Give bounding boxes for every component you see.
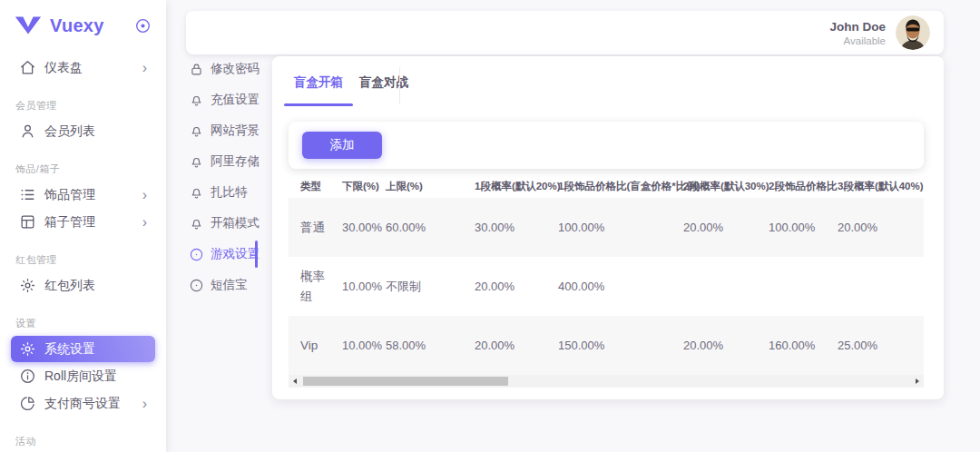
settings-menu-item[interactable]: 开箱模式 bbox=[189, 212, 276, 234]
scroll-right-arrow-icon bbox=[916, 378, 919, 384]
table-column-header: 1段饰品价格比(盲盒价格*比例) bbox=[546, 180, 671, 193]
table-column-header: 类型 bbox=[289, 180, 330, 193]
table-cell: 10.00% bbox=[330, 339, 374, 352]
table-row: Vip10.00%58.00%20.00%150.00%20.00%160.00… bbox=[289, 316, 924, 375]
home-icon bbox=[19, 59, 36, 76]
brand-name: Vuexy bbox=[50, 15, 104, 36]
table-cell: 30.00% bbox=[330, 221, 374, 234]
sidebar-item[interactable]: 支付商号设置› bbox=[11, 390, 155, 417]
tab-盲盒对战[interactable]: 盲盒对战 bbox=[358, 69, 410, 98]
table-cell: 概率组 bbox=[289, 267, 330, 306]
sidebar-menu: 仪表盘›会员管理会员列表饰品/箱子饰品管理›箱子管理›红包管理红包列表设置系统设… bbox=[0, 51, 166, 448]
gear-icon bbox=[19, 340, 36, 358]
scrollbar-thumb[interactable] bbox=[303, 377, 508, 386]
bell-icon bbox=[189, 216, 204, 231]
user-status: Available bbox=[829, 35, 886, 46]
table-cell: 160.00% bbox=[757, 339, 826, 352]
list-icon bbox=[19, 186, 36, 203]
scroll-right-button[interactable] bbox=[911, 375, 924, 388]
table-row: 普通30.00%60.00%30.00%100.00%20.00%100.00%… bbox=[289, 198, 924, 257]
table-column-header: 2段概率(默认30%) bbox=[671, 180, 757, 193]
sidebar-item-label: 系统设置 bbox=[44, 341, 95, 358]
table-cell: 20.00% bbox=[671, 339, 757, 352]
settings-menu-item[interactable]: 扎比特 bbox=[189, 182, 276, 203]
info-icon bbox=[19, 368, 36, 385]
add-button[interactable]: 添加 bbox=[302, 132, 382, 159]
table-column-header: 上限(%) bbox=[374, 180, 463, 193]
table-cell: 400.00% bbox=[546, 280, 671, 293]
disc-icon bbox=[189, 278, 204, 293]
sidebar-item[interactable]: 仪表盘› bbox=[11, 54, 155, 81]
table-cell: 20.00% bbox=[826, 221, 924, 234]
settings-menu-item[interactable]: 阿里存储 bbox=[189, 151, 276, 172]
sidebar-item[interactable]: 会员列表 bbox=[11, 118, 155, 144]
settings-menu-item-label: 游戏设置 bbox=[211, 246, 260, 262]
table-cell: 普通 bbox=[289, 218, 330, 238]
table-cell: 150.00% bbox=[546, 339, 671, 352]
table-cell: 10.00% bbox=[330, 280, 374, 293]
settings-menu-item[interactable]: 修改密码 bbox=[189, 58, 276, 80]
sidebar-item-label: 支付商号设置 bbox=[44, 396, 121, 412]
settings-menu-item-label: 修改密码 bbox=[211, 61, 260, 77]
top-header-bar: John Doe Available bbox=[186, 11, 944, 54]
table-column-header: 1段概率(默认20%) bbox=[463, 180, 546, 193]
game-settings-card: 盲盒开箱盲盒对战 添加 类型下限(%)上限(%)1段概率(默认20%)1段饰品价… bbox=[272, 56, 944, 399]
settings-menu-item-label: 开箱模式 bbox=[211, 215, 260, 231]
settings-menu-item-label: 扎比特 bbox=[211, 184, 248, 201]
user-menu[interactable]: John Doe Available bbox=[829, 15, 930, 50]
sidebar-item-label: 会员列表 bbox=[44, 123, 95, 140]
table-cell: 100.00% bbox=[546, 221, 671, 234]
sidebar-section-label: 会员管理 bbox=[15, 99, 166, 113]
table-header-row: 类型下限(%)上限(%)1段概率(默认20%)1段饰品价格比(盲盒价格*比例)2… bbox=[289, 174, 924, 198]
settings-menu-item[interactable]: 充值设置 bbox=[189, 89, 276, 111]
menu-pin-toggle-icon[interactable] bbox=[134, 17, 152, 34]
horizontal-scrollbar[interactable] bbox=[289, 375, 924, 388]
sidebar-item[interactable]: 箱子管理› bbox=[11, 209, 155, 235]
user-avatar[interactable] bbox=[896, 15, 930, 50]
sidebar-item[interactable]: 系统设置 bbox=[11, 336, 155, 362]
chevron-right-icon: › bbox=[142, 397, 147, 411]
sidebar-item-label: Roll房间设置 bbox=[44, 368, 117, 385]
tabs-divider bbox=[399, 67, 400, 103]
pie-icon bbox=[19, 395, 36, 412]
table-column-header: 2段饰品价格比 bbox=[757, 180, 826, 193]
table-cell: 100.00% bbox=[757, 221, 826, 234]
sidebar-item-label: 仪表盘 bbox=[44, 60, 83, 76]
scroll-left-button[interactable] bbox=[289, 375, 301, 388]
blindbox-settings-table: 类型下限(%)上限(%)1段概率(默认20%)1段饰品价格比(盲盒价格*比例)2… bbox=[289, 174, 924, 375]
table-cell: 30.00% bbox=[463, 221, 546, 234]
sidebar-item[interactable]: 饰品管理› bbox=[11, 182, 155, 208]
table-cell: 60.00% bbox=[374, 221, 463, 234]
sidebar-section-label: 活动 bbox=[15, 435, 166, 448]
sidebar-item[interactable]: Roll房间设置 bbox=[11, 363, 155, 389]
table-column-header: 下限(%) bbox=[330, 180, 374, 193]
tab-盲盒开箱[interactable]: 盲盒开箱 bbox=[292, 69, 345, 98]
chevron-right-icon: › bbox=[142, 61, 147, 75]
sidebar-section-label: 饰品/箱子 bbox=[15, 162, 166, 176]
table-cell: 25.00% bbox=[826, 339, 924, 352]
table-toolbar: 添加 bbox=[289, 122, 924, 169]
table-cell: 20.00% bbox=[463, 339, 546, 352]
user-text: John Doe Available bbox=[829, 20, 886, 46]
brand-logo-icon bbox=[15, 15, 42, 35]
sidebar: Vuexy 仪表盘›会员管理会员列表饰品/箱子饰品管理›箱子管理›红包管理红包列… bbox=[0, 0, 166, 452]
settings-menu-item[interactable]: 短信宝 bbox=[189, 274, 276, 296]
settings-menu-item[interactable]: 网站背景 bbox=[189, 120, 276, 142]
settings-menu-item-label: 充值设置 bbox=[211, 92, 260, 108]
scroll-left-arrow-icon bbox=[293, 378, 297, 384]
table-cell: 20.00% bbox=[463, 280, 546, 293]
sidebar-item-label: 箱子管理 bbox=[44, 214, 95, 231]
table-cell: Vip bbox=[289, 336, 330, 356]
chevron-right-icon: › bbox=[142, 215, 147, 230]
table-cell: 不限制 bbox=[374, 279, 463, 295]
sidebar-item-label: 红包列表 bbox=[44, 278, 95, 294]
sidebar-header: Vuexy bbox=[0, 0, 166, 51]
bell-icon bbox=[189, 93, 204, 108]
sidebar-item[interactable]: 红包列表 bbox=[11, 272, 155, 299]
lock-icon bbox=[189, 62, 204, 77]
settings-submenu: 修改密码充值设置网站背景阿里存储扎比特开箱模式游戏设置短信宝 bbox=[189, 58, 276, 305]
settings-menu-item[interactable]: 游戏设置 bbox=[189, 243, 276, 265]
settings-menu-item-label: 短信宝 bbox=[211, 277, 248, 293]
grid-icon bbox=[19, 213, 36, 231]
sidebar-section-label: 红包管理 bbox=[15, 253, 166, 267]
